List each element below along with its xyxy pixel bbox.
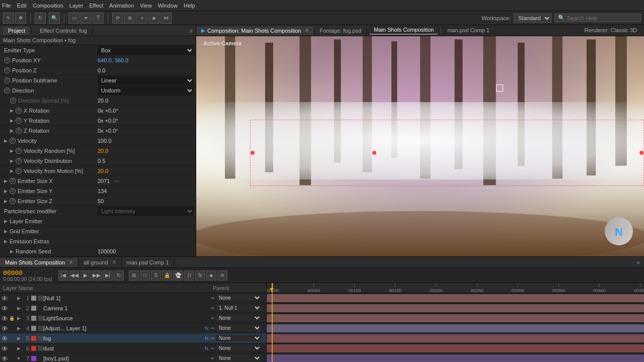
tool-arrow[interactable]: ↖: [3, 13, 14, 24]
layer-color-swatch[interactable]: [31, 326, 36, 331]
layer-color-swatch[interactable]: [31, 316, 36, 321]
ec-select[interactable]: Uniform: [98, 86, 194, 95]
expand-arrow-icon[interactable]: ▶: [10, 168, 14, 173]
track-row[interactable]: [267, 353, 644, 362]
ec-value-text[interactable]: 50: [98, 198, 104, 204]
expand-arrow-icon[interactable]: ▶: [10, 118, 14, 123]
stopwatch-icon[interactable]: ⏱: [10, 98, 16, 104]
ec-value-text[interactable]: 640.0, 360.0: [98, 57, 128, 63]
ec-value-text[interactable]: 100000: [98, 248, 116, 254]
menu-animation[interactable]: Animation: [109, 3, 134, 9]
tab-project[interactable]: Project: [3, 27, 31, 35]
layer-color-swatch[interactable]: [31, 306, 36, 311]
layer-color-swatch[interactable]: [31, 296, 36, 301]
go-end-btn[interactable]: ▶|: [103, 270, 113, 281]
stopwatch-icon[interactable]: ⏱: [10, 188, 16, 194]
ec-select[interactable]: Light Intensity: [98, 207, 194, 216]
stopwatch-icon[interactable]: ⏱: [4, 77, 10, 83]
stopwatch-icon[interactable]: ⏱: [10, 198, 16, 204]
layer-lock-btn[interactable]: [8, 305, 15, 312]
layer-row[interactable]: 🔒▶3⬛LightSource✏None: [0, 313, 266, 323]
motion-blur-btn[interactable]: ≋: [217, 270, 227, 281]
ec-value-text[interactable]: 0x +0.0°: [98, 128, 118, 134]
close-icon-comp[interactable]: ✕: [305, 28, 309, 33]
layer-expand-btn[interactable]: ▶: [15, 315, 22, 322]
timeline-menu-btn[interactable]: ≡: [637, 259, 644, 265]
layer-pencil-icon[interactable]: ✏: [210, 335, 216, 341]
layer-visibility-btn[interactable]: [1, 355, 8, 362]
stopwatch-icon[interactable]: ⏱: [4, 67, 10, 73]
ec-select[interactable]: Linear: [98, 76, 194, 85]
layer-row[interactable]: ▶5⬛fogfx✏None: [0, 333, 266, 343]
draft-btn[interactable]: ◈: [206, 270, 216, 281]
track-row[interactable]: [267, 293, 644, 303]
layer-fx-icon[interactable]: fx: [204, 325, 210, 331]
expand-arrow-icon[interactable]: ▶: [10, 148, 14, 153]
layer-expand-btn[interactable]: ▶: [15, 305, 22, 312]
layer-fx-icon[interactable]: fx: [204, 335, 210, 341]
play-btn[interactable]: ▶: [80, 270, 91, 281]
layer-lock-btn[interactable]: [8, 345, 15, 352]
layer-visibility-btn[interactable]: [1, 325, 8, 332]
stopwatch-icon[interactable]: ⏱: [16, 148, 22, 154]
expand-arrow-icon[interactable]: ▶: [4, 138, 8, 143]
layer-visibility-btn[interactable]: [1, 335, 8, 342]
stopwatch-icon[interactable]: ⏱: [10, 178, 16, 184]
parent-select[interactable]: None: [216, 325, 261, 331]
ec-value-text[interactable]: 20.0: [98, 168, 108, 174]
layer-lock-btn[interactable]: [8, 335, 15, 342]
stopwatch-icon[interactable]: ⏱: [16, 128, 22, 134]
menu-effect[interactable]: Effect: [89, 3, 103, 9]
ec-value-text[interactable]: 2071: [98, 178, 110, 184]
layer-row[interactable]: ▶6⬛dustfx✏None: [0, 343, 266, 353]
layer-expand-btn[interactable]: ▼: [15, 355, 22, 362]
layer-color-swatch[interactable]: [31, 336, 36, 341]
tl-tab-main[interactable]: Main Shots Composition ✕: [0, 258, 78, 266]
tool-3d-move[interactable]: ⊕: [124, 13, 135, 24]
prev-frame-btn[interactable]: ◀◀: [69, 270, 79, 281]
menu-composition[interactable]: Composition: [33, 3, 63, 9]
layer-color-swatch[interactable]: [31, 356, 36, 361]
expand-arrow-icon[interactable]: ▶: [10, 128, 14, 133]
layer-row[interactable]: ▶4⬛[Adjust... Layer 1]fx✏None: [0, 323, 266, 333]
parent-select[interactable]: None: [216, 295, 261, 301]
ec-value-text[interactable]: 20.0: [98, 148, 108, 154]
new-solid-btn[interactable]: □: [140, 270, 150, 281]
search-input[interactable]: [567, 15, 637, 21]
expand-arrow-icon[interactable]: ▶: [4, 239, 8, 244]
stopwatch-icon[interactable]: ⏱: [10, 138, 16, 144]
tool-3d-dolly[interactable]: ◈: [148, 13, 159, 24]
expand-arrow-icon[interactable]: ▶: [4, 229, 8, 234]
layer-lock-btn[interactable]: [8, 325, 15, 332]
expand-arrow-icon[interactable]: ▶: [10, 108, 14, 113]
ec-value-text[interactable]: 20.0: [98, 98, 108, 104]
comp-subtab-main[interactable]: Main Shots Composition: [370, 26, 438, 35]
expand-arrow-icon[interactable]: ▶: [10, 249, 14, 254]
layer-expand-btn[interactable]: ▶: [15, 295, 22, 302]
parent-select[interactable]: None: [216, 355, 261, 361]
emitter-center-dot[interactable]: [372, 151, 376, 155]
shy-btn[interactable]: 👻: [173, 270, 183, 281]
parent-select[interactable]: None: [216, 345, 261, 351]
workspace-select[interactable]: Standard: [514, 14, 551, 23]
layer-pencil-icon[interactable]: ✏: [210, 355, 216, 361]
layer-expand-btn[interactable]: ▶: [15, 345, 22, 352]
layer-row[interactable]: ▶2Camera 1✏1. Null 1: [0, 303, 266, 313]
tool-text[interactable]: T: [93, 13, 104, 24]
layer-pencil-icon[interactable]: ✏: [210, 315, 216, 321]
stopwatch-icon[interactable]: ⏱: [4, 87, 10, 94]
tool-rect[interactable]: ▭: [68, 13, 79, 24]
layer-row[interactable]: ▶1⬛[Null 1]✏None: [0, 293, 266, 303]
tool-zoom-in[interactable]: 🔍: [49, 13, 60, 24]
menu-window[interactable]: Window: [158, 3, 178, 9]
tool-rotate[interactable]: ↻: [35, 13, 46, 24]
parent-select[interactable]: 1. Null 1: [216, 305, 261, 311]
layer-expand-btn[interactable]: ▶: [15, 325, 22, 332]
stopwatch-icon[interactable]: ⏱: [4, 57, 10, 63]
tl-tab-allground[interactable]: all ground ✕: [78, 258, 121, 266]
parent-select[interactable]: None: [216, 315, 261, 321]
tab-effect-controls[interactable]: Effect Controls: fog: [35, 27, 92, 35]
expand-arrow-icon[interactable]: ▶: [4, 199, 8, 204]
fx-btn[interactable]: fx: [195, 270, 205, 281]
new-comp-btn[interactable]: ⊞: [129, 270, 139, 281]
